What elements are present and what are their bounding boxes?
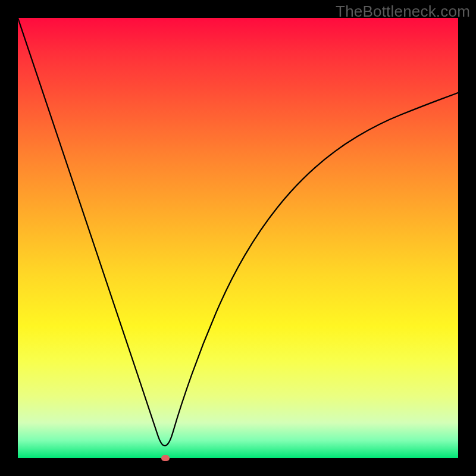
branding-text: TheBottleneck.com bbox=[336, 2, 470, 21]
plot-area bbox=[18, 18, 458, 458]
bottleneck-curve-path bbox=[18, 18, 458, 446]
bottleneck-marker bbox=[161, 455, 170, 461]
curve-svg bbox=[18, 18, 458, 458]
chart-frame: TheBottleneck.com bbox=[0, 0, 476, 476]
